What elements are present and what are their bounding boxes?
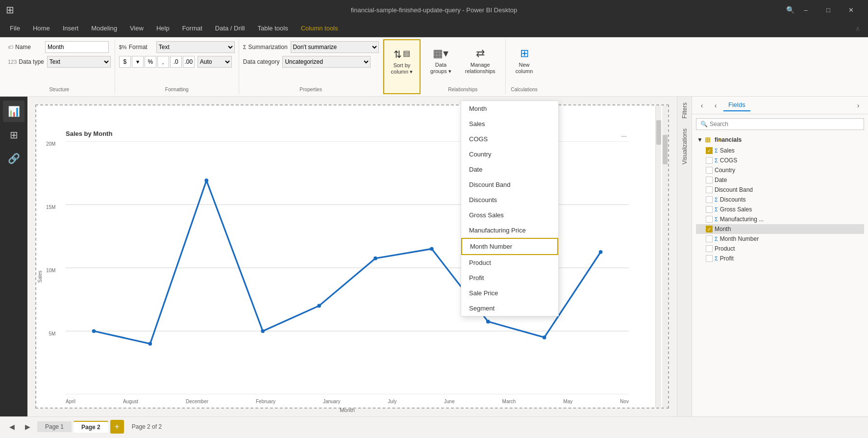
dropdown-date[interactable]: Date [461,162,558,177]
datatype-select[interactable]: Text [47,56,111,68]
sort-by-column-button[interactable]: ⇅▤ Sort bycolumn ▾ [386,42,418,81]
sales-checkbox[interactable]: ✓ [706,147,713,154]
manage-relationships-button[interactable]: ⇄ Managerelationships [459,41,501,80]
dropdown-cogs[interactable]: COGS [461,131,558,147]
dropdown-month-number[interactable]: Month Number [461,238,558,255]
menu-table-tools[interactable]: Table tools [251,22,294,35]
name-input[interactable] [45,41,109,53]
menu-home[interactable]: Home [27,22,56,35]
dropdown-sale-price[interactable]: Sale Price [461,285,558,301]
nav-prev2-btn[interactable]: ‹ [710,100,721,111]
sigma-sales: Σ [715,148,718,154]
dropdown-country[interactable]: Country [461,147,558,162]
dropdown-discounts[interactable]: Discounts [461,192,558,207]
profit-label: Profit [720,255,734,262]
title-search-icon[interactable]: 🔍 [786,6,794,14]
dollar-btn[interactable]: $ [119,56,131,68]
visualizations-label[interactable]: Visualizations [681,129,688,164]
menu-help[interactable]: Help [150,22,175,35]
month-checkbox[interactable]: ✓ [706,226,713,232]
cogs-checkbox[interactable] [706,157,713,164]
menu-modeling[interactable]: Modeling [85,22,123,35]
dec-increase-btn[interactable]: .00 [183,56,195,68]
product-checkbox[interactable] [706,245,713,252]
field-month[interactable]: ✓ Month [696,224,864,234]
field-month-number[interactable]: Σ Month Number [696,234,864,244]
model-view-btn[interactable]: 🔗 [3,148,25,169]
tag-icon: 🏷 [8,44,13,50]
page-next-btn[interactable]: ▶ [22,421,33,433]
canvas-vscrollbar[interactable] [655,105,661,408]
add-page-btn[interactable]: + [110,420,124,434]
discount-band-checkbox[interactable] [706,186,713,193]
dropdown-sales[interactable]: Sales [461,116,558,131]
name-row: 🏷 Name [8,41,111,53]
currency-buttons: $ ▾ % , .0 .00 [119,56,195,68]
data-view-btn[interactable]: ⊞ [3,124,25,146]
field-country[interactable]: Country [696,165,864,175]
data-groups-label: Datagroups ▾ [430,62,451,75]
month-number-checkbox[interactable] [706,235,713,242]
menu-column-tools[interactable]: Column tools [295,22,344,35]
country-label: Country [715,167,735,174]
minimize-button[interactable]: – [794,2,817,17]
field-product[interactable]: Product [696,244,864,254]
dec-decrease-btn[interactable]: .0 [170,56,182,68]
relationship-buttons: ▦▾ Datagroups ▾ ⇄ Managerelationships [424,41,501,85]
dropdown-month[interactable]: Month [461,101,558,116]
new-column-button[interactable]: ⊞ Newcolumn [510,41,539,80]
nav-prev-btn[interactable]: ‹ [696,100,708,111]
field-discount-band[interactable]: Discount Band [696,185,864,195]
report-view-btn[interactable]: 📊 [3,101,25,122]
field-gross-sales[interactable]: Σ Gross Sales [696,205,864,214]
chart-ellipsis-button[interactable]: ··· [621,132,627,140]
datacategory-select[interactable]: Uncategorized [282,56,371,68]
field-date[interactable]: Date [696,175,864,185]
dropdown-profit[interactable]: Profit [461,270,558,285]
field-sales[interactable]: ✓ Σ Sales [696,146,864,155]
dropdown-btn[interactable]: ▾ [132,56,144,68]
canvas-scrollbar[interactable] [662,105,668,408]
country-checkbox[interactable] [706,167,713,174]
dropdown-product[interactable]: Product [461,255,558,270]
ribbon-collapse-button[interactable]: ∧ [851,23,864,34]
search-input[interactable] [710,121,860,128]
dropdown-discount-band[interactable]: Discount Band [461,177,558,192]
percent-btn[interactable]: % [145,56,156,68]
maximize-button[interactable]: □ [817,2,840,17]
auto-select[interactable]: Auto [198,56,232,68]
field-manufacturing[interactable]: Σ Manufacturing ... [696,214,864,224]
ribbon-group-formatting: $% Format Text $ ▾ % , .0 .00 [115,39,239,94]
menu-format[interactable]: Format [176,22,208,35]
menu-view[interactable]: View [124,22,149,35]
profit-checkbox[interactable] [706,255,713,262]
comma-btn[interactable]: , [157,56,169,68]
data-groups-button[interactable]: ▦▾ Datagroups ▾ [424,41,457,80]
financials-group-header[interactable]: ▼ ⊞ ✓ financials [696,134,864,146]
page-1-tab[interactable]: Page 1 [37,421,72,432]
summarization-select[interactable]: Don't summarize [291,41,379,53]
manufacturing-checkbox[interactable] [706,216,713,223]
discounts-checkbox[interactable] [706,196,713,203]
dropdown-segment[interactable]: Segment [461,301,558,316]
page-2-tab[interactable]: Page 2 [74,421,108,433]
new-column-label: Newcolumn [516,62,533,75]
field-profit[interactable]: Σ Profit [696,254,864,263]
nav-next-btn[interactable]: › [852,100,864,111]
filters-label[interactable]: Filters [681,103,688,119]
page-prev-btn[interactable]: ◀ [6,421,18,433]
window-title: financial-sample-finished-update-query -… [351,6,518,14]
close-button[interactable]: ✕ [840,2,862,17]
field-cogs[interactable]: Σ COGS [696,155,864,165]
menu-file[interactable]: File [4,22,26,35]
dropdown-gross-sales[interactable]: Gross Sales [461,207,558,223]
gross-sales-checkbox[interactable] [706,206,713,213]
format-select[interactable]: Text [156,41,235,53]
menu-insert[interactable]: Insert [57,22,85,35]
date-checkbox[interactable] [706,177,713,183]
menu-data-drill[interactable]: Data / Drill [209,22,251,35]
field-discounts[interactable]: Σ Discounts [696,195,864,205]
dropdown-manufacturing-price[interactable]: Manufacturing Price [461,223,558,238]
canvas-area: Sales by Month 20M 15M 10M 5M Sales [27,97,677,416]
fields-tab[interactable]: Fields [723,99,750,111]
